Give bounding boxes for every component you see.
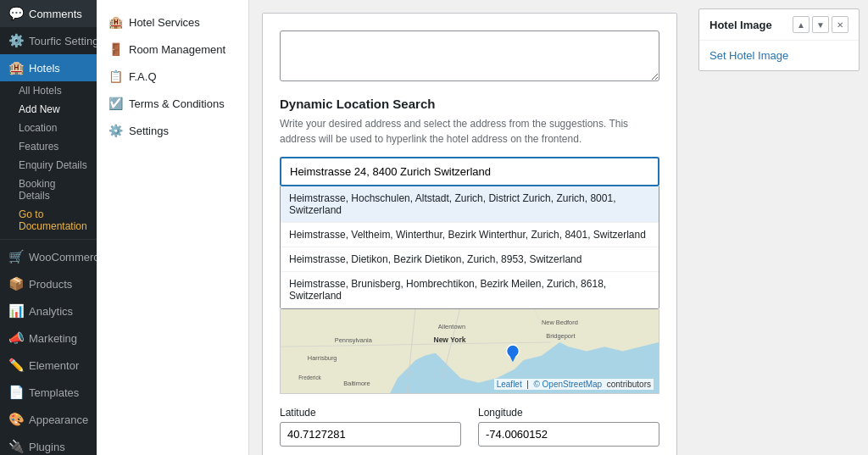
terms-icon: ☑️ xyxy=(108,97,122,110)
sidebar-item-label: Products xyxy=(29,278,72,291)
faq-icon: 📋 xyxy=(108,69,122,83)
svg-text:Pennsylvania: Pennsylvania xyxy=(335,336,373,344)
sidebar-item-marketing[interactable]: 📣 Marketing xyxy=(0,325,97,352)
hotel-image-close-button[interactable]: ✕ xyxy=(832,16,849,33)
dynamic-location-title: Dynamic Location Search xyxy=(280,97,659,111)
location-suggestion-3[interactable]: Heimstrasse, Dietikon, Bezirk Dietikon, … xyxy=(281,247,659,272)
hotel-image-up-button[interactable]: ▲ xyxy=(793,16,810,33)
description-textarea[interactable] xyxy=(280,31,659,81)
sidebar-item-appearance[interactable]: 🎨 Appearance xyxy=(0,406,97,433)
sidebar-item-label: WooCommerce xyxy=(29,251,97,264)
submenu-settings[interactable]: ⚙️ Settings xyxy=(97,117,248,144)
sidebar-item-label: Marketing xyxy=(29,332,77,345)
svg-text:New York: New York xyxy=(434,336,466,344)
sidebar-item-elementor[interactable]: ✏️ Elementor xyxy=(0,352,97,379)
marketing-icon: 📣 xyxy=(8,330,24,346)
svg-text:Allentown: Allentown xyxy=(438,323,465,330)
sidebar-subitem-features[interactable]: Features xyxy=(0,137,97,156)
sidebar-divider xyxy=(0,239,97,240)
comments-icon: 💬 xyxy=(8,6,24,21)
sidebar-item-label: Elementor xyxy=(29,359,79,372)
tourfic-settings-icon: ⚙️ xyxy=(8,33,24,48)
sidebar-item-label: Analytics xyxy=(29,305,73,318)
sidebar-item-templates[interactable]: 📄 Templates xyxy=(0,379,97,406)
location-search-wrapper: ➡ Heimstrasse, Hochschulen, Altstadt, Zu… xyxy=(280,157,659,309)
sidebar-subitem-all-hotels[interactable]: All Hotels xyxy=(0,81,97,100)
submenu-settings-icon: ⚙️ xyxy=(108,124,122,137)
appearance-icon: 🎨 xyxy=(8,412,24,427)
hotel-image-panel-body: Set Hotel Image xyxy=(699,41,859,70)
main-panel: Dynamic Location Search Write your desir… xyxy=(262,13,677,455)
sidebar-item-products[interactable]: 📦 Products xyxy=(0,270,97,297)
hotel-image-down-button[interactable]: ▼ xyxy=(812,16,829,33)
svg-text:Bridgeport: Bridgeport xyxy=(546,332,575,340)
sidebar-item-label: Hotels xyxy=(29,62,60,75)
sidebar-item-label: Tourfic Settings xyxy=(29,35,97,47)
sidebar-item-label: Appearance xyxy=(29,413,88,426)
location-suggestion-4[interactable]: Heimstrasse, Brunisberg, Hombrechtikon, … xyxy=(281,272,659,308)
map-container: Pennsylvania Harrisburg New York Allento… xyxy=(280,309,659,394)
submenu-hotel-services[interactable]: 🏨 Hotel Services xyxy=(97,8,248,36)
longitude-input[interactable] xyxy=(478,422,659,447)
hotel-services-icon: 🏨 xyxy=(108,15,122,29)
sidebar-item-woocommerce[interactable]: 🛒 WooCommerce xyxy=(0,243,97,270)
woocommerce-icon: 🛒 xyxy=(8,249,24,264)
svg-text:New Bedford: New Bedford xyxy=(542,319,578,326)
sidebar-subitem-documentation[interactable]: Go to Documentation xyxy=(0,205,97,236)
sidebar-item-label: Templates xyxy=(29,386,79,399)
sidebar-subitem-add-new[interactable]: Add New xyxy=(0,100,97,119)
hotel-image-panel-actions: ▲ ▼ ✕ xyxy=(793,16,849,33)
sidebar-item-analytics[interactable]: 📊 Analytics xyxy=(0,297,97,325)
coordinates-row: Latitude Longitude xyxy=(280,407,659,447)
analytics-icon: 📊 xyxy=(8,303,24,319)
set-hotel-image-link[interactable]: Set Hotel Image xyxy=(709,49,788,62)
sidebar-item-label: Plugins xyxy=(29,441,65,453)
sidebar-subitem-booking-details[interactable]: Booking Details xyxy=(0,175,97,205)
right-sidebar: Hotel Image ▲ ▼ ✕ Set Hotel Image xyxy=(690,0,868,455)
hotels-icon: 🏨 xyxy=(8,60,24,75)
longitude-label: Longitude xyxy=(478,407,659,419)
products-icon: 📦 xyxy=(8,276,24,291)
latitude-col: Latitude xyxy=(280,407,461,447)
location-suggestion-2[interactable]: Heimstrasse, Veltheim, Winterthur, Bezir… xyxy=(281,223,659,247)
plugins-icon: 🔌 xyxy=(8,439,24,454)
osm-link[interactable]: © OpenStreetMap xyxy=(533,380,602,389)
svg-text:Baltimore: Baltimore xyxy=(343,380,370,387)
room-management-icon: 🚪 xyxy=(108,42,122,56)
longitude-col: Longitude xyxy=(478,407,659,447)
sidebar-subitem-enquiry-details[interactable]: Enquiry Details xyxy=(0,156,97,175)
content-area: Dynamic Location Search Write your desir… xyxy=(249,0,690,455)
sidebar-item-hotels[interactable]: 🏨 Hotels xyxy=(0,54,97,81)
dynamic-location-section: Dynamic Location Search Write your desir… xyxy=(280,97,659,447)
submenu-faq[interactable]: 📋 F.A.Q xyxy=(97,63,248,90)
sidebar-item-plugins[interactable]: 🔌 Plugins xyxy=(0,433,97,455)
svg-text:Harrisburg: Harrisburg xyxy=(308,354,337,362)
submenu-room-management[interactable]: 🚪 Room Management xyxy=(97,36,248,63)
sidebar-item-comments[interactable]: 💬 Comments xyxy=(0,0,97,27)
location-search-input[interactable] xyxy=(280,157,659,186)
elementor-icon: ✏️ xyxy=(8,358,24,373)
leaflet-link[interactable]: Leaflet xyxy=(497,380,522,389)
sidebar: 💬 Comments ⚙️ Tourfic Settings 🏨 Hotels … xyxy=(0,0,97,455)
hotel-image-title: Hotel Image xyxy=(709,19,772,31)
location-suggestions-dropdown: Heimstrasse, Hochschulen, Altstadt, Zuri… xyxy=(280,186,659,309)
sidebar-item-tourfic-settings[interactable]: ⚙️ Tourfic Settings xyxy=(0,27,97,54)
templates-icon: 📄 xyxy=(8,385,24,400)
location-suggestion-1[interactable]: Heimstrasse, Hochschulen, Altstadt, Zuri… xyxy=(281,186,659,223)
svg-text:Frederick: Frederick xyxy=(298,375,321,380)
map-credit: Leaflet | © OpenStreetMap contributors xyxy=(494,379,654,390)
hotel-submenu: 🏨 Hotel Services 🚪 Room Management 📋 F.A… xyxy=(97,0,249,455)
submenu-terms-conditions[interactable]: ☑️ Terms & Conditions xyxy=(97,90,248,117)
latitude-input[interactable] xyxy=(280,422,461,447)
sidebar-subitem-location[interactable]: Location xyxy=(0,119,97,137)
latitude-label: Latitude xyxy=(280,407,461,419)
sidebar-item-label: Comments xyxy=(29,8,82,20)
hotel-image-panel: Hotel Image ▲ ▼ ✕ Set Hotel Image xyxy=(698,8,860,71)
dynamic-location-description: Write your desired address and select th… xyxy=(280,116,659,147)
hotel-image-panel-header: Hotel Image ▲ ▼ ✕ xyxy=(699,9,859,41)
main-area: 🏨 Hotel Services 🚪 Room Management 📋 F.A… xyxy=(97,0,868,455)
